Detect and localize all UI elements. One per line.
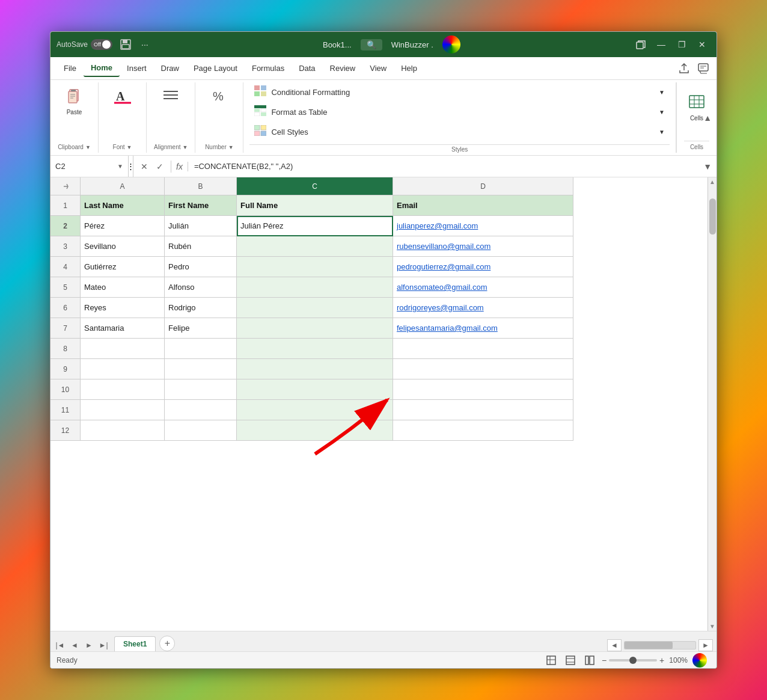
formula-input[interactable]: =CONCATENATE(B2," ",A2) (188, 162, 698, 171)
row-header-6[interactable]: 6 (50, 298, 81, 318)
close-btn[interactable]: ✕ (694, 36, 710, 53)
cell-a2[interactable]: Pérez (81, 216, 165, 236)
sheet-tab-1[interactable]: Sheet1 (114, 636, 156, 651)
maximize-btn[interactable]: ❐ (673, 36, 690, 53)
menu-review[interactable]: Review (323, 60, 363, 76)
cell-a8[interactable] (81, 339, 165, 359)
cell-b1[interactable]: First Name (165, 195, 237, 216)
comments-icon[interactable] (696, 61, 710, 76)
cell-d12[interactable] (393, 420, 573, 441)
spreadsheet-main[interactable]: A B C D 1 2 3 4 5 6 7 8 (50, 177, 707, 631)
cell-b12[interactable] (165, 420, 237, 441)
menu-view[interactable]: View (362, 60, 394, 76)
cell-d7[interactable]: felipesantamaria@gmail.com (393, 318, 573, 339)
cell-a7[interactable]: Santamaria (81, 318, 165, 339)
cell-a5[interactable]: Mateo (81, 277, 165, 298)
page-break-view-btn[interactable] (582, 653, 597, 668)
cell-b4[interactable]: Pedro (165, 257, 237, 277)
cell-d11[interactable] (393, 400, 573, 420)
number-btn[interactable]: % (207, 85, 232, 110)
menu-home[interactable]: Home (84, 60, 120, 77)
row-header-10[interactable]: 10 (50, 379, 81, 400)
menu-insert[interactable]: Insert (120, 60, 154, 76)
cell-c12[interactable] (237, 420, 393, 441)
hscroll-right-btn[interactable]: ► (698, 639, 713, 651)
cell-a6[interactable]: Reyes (81, 298, 165, 318)
cell-d5[interactable]: alfonsomateo@gmail.com (393, 277, 573, 298)
row-header-8[interactable]: 8 (50, 339, 81, 359)
cell-b9[interactable] (165, 359, 237, 379)
row-header-2[interactable]: 2 (50, 216, 81, 236)
row-header-4[interactable]: 4 (50, 257, 81, 277)
cell-c7[interactable] (237, 318, 393, 339)
hscroll-track[interactable] (624, 641, 696, 649)
font-dropdown[interactable]: ▼ (127, 144, 132, 150)
add-sheet-btn[interactable]: + (159, 636, 175, 651)
first-sheet-btn[interactable]: |◄ (54, 639, 66, 651)
number-dropdown[interactable]: ▼ (228, 144, 234, 150)
cell-a1[interactable]: Last Name (81, 195, 165, 216)
col-header-a[interactable]: A (81, 177, 165, 195)
formula-expand-btn[interactable]: ▼ (698, 162, 717, 171)
cell-c4[interactable] (237, 257, 393, 277)
menu-help[interactable]: Help (394, 60, 424, 76)
cs-dropdown[interactable]: ▼ (659, 129, 665, 135)
name-box[interactable]: C2 ▼ (50, 156, 129, 177)
clipboard-btn[interactable]: Paste (62, 85, 87, 118)
cell-d1[interactable]: Email (393, 195, 573, 216)
next-sheet-btn[interactable]: ► (83, 639, 95, 651)
row-header-9[interactable]: 9 (50, 359, 81, 379)
cell-d8[interactable] (393, 339, 573, 359)
cf-dropdown[interactable]: ▼ (659, 89, 665, 96)
cell-d9[interactable] (393, 359, 573, 379)
cell-a10[interactable] (81, 379, 165, 400)
confirm-formula-btn[interactable]: ✓ (154, 161, 166, 173)
scroll-thumb[interactable] (709, 198, 716, 235)
cell-c6[interactable] (237, 298, 393, 318)
normal-view-btn[interactable] (544, 653, 558, 668)
cell-c2[interactable]: Julián Pérez (237, 216, 393, 236)
row-header-12[interactable]: 12 (50, 420, 81, 441)
alignment-btn[interactable] (158, 85, 183, 110)
cell-b6[interactable]: Rodrigo (165, 298, 237, 318)
cell-a11[interactable] (81, 400, 165, 420)
alignment-dropdown[interactable]: ▼ (182, 144, 188, 150)
hscroll-thumb[interactable] (625, 642, 673, 649)
zoom-in-btn[interactable]: + (659, 655, 664, 665)
cell-d3[interactable]: rubensevillano@gmail.com (393, 236, 573, 257)
cell-a9[interactable] (81, 359, 165, 379)
row-header-7[interactable]: 7 (50, 318, 81, 339)
menu-file[interactable]: File (57, 60, 84, 76)
zoom-slider[interactable] (609, 659, 657, 662)
minimize-btn[interactable]: — (653, 36, 670, 53)
collapse-ribbon-btn[interactable]: ▲ (703, 113, 712, 123)
menu-page-layout[interactable]: Page Layout (186, 60, 245, 76)
row-header-5[interactable]: 5 (50, 277, 81, 298)
cell-c10[interactable] (237, 379, 393, 400)
row-header-1[interactable]: 1 (50, 195, 81, 216)
function-wizard-btn[interactable]: fx (171, 162, 188, 171)
cell-d4[interactable]: pedrogutierrez@gmail.com (393, 257, 573, 277)
font-btn[interactable]: A (110, 85, 135, 110)
cell-d6[interactable]: rodrigoreyes@gmail.com (393, 298, 573, 318)
cell-d2[interactable]: julianperez@gmail.com (393, 216, 573, 236)
cell-b10[interactable] (165, 379, 237, 400)
row-header-11[interactable]: 11 (50, 400, 81, 420)
cell-a3[interactable]: Sevillano (81, 236, 165, 257)
clipboard-dropdown[interactable]: ▼ (85, 144, 91, 150)
corner-cell[interactable] (50, 177, 81, 195)
autosave-toggle[interactable]: Off (91, 39, 112, 50)
restore-down-btn[interactable] (632, 36, 649, 53)
col-header-c[interactable]: C (237, 177, 393, 195)
zoom-thumb[interactable] (629, 657, 637, 664)
cell-c8[interactable] (237, 339, 393, 359)
cell-c9[interactable] (237, 359, 393, 379)
more-commands[interactable]: ··· (139, 40, 151, 49)
col-header-b[interactable]: B (165, 177, 237, 195)
hscroll-left-btn[interactable]: ◄ (607, 639, 622, 651)
cell-b3[interactable]: Rubén (165, 236, 237, 257)
cell-d10[interactable] (393, 379, 573, 400)
menu-data[interactable]: Data (292, 60, 322, 76)
search-box[interactable]: 🔍 (361, 39, 382, 51)
col-header-d[interactable]: D (393, 177, 573, 195)
